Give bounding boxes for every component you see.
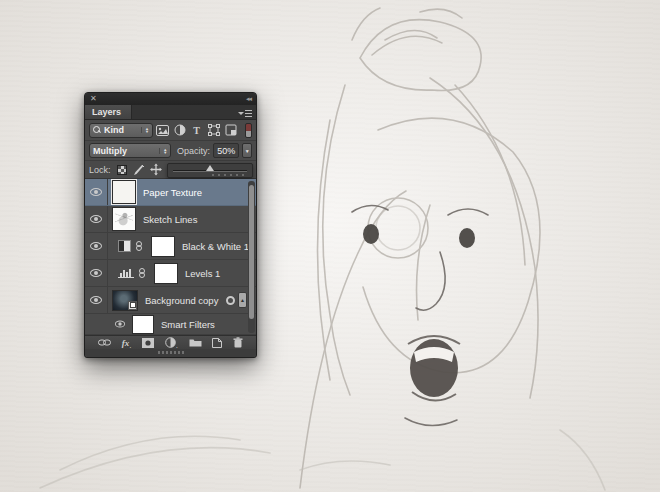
eye-icon[interactable] (115, 321, 125, 328)
filter-mask-thumbnail[interactable] (132, 315, 154, 334)
eye-icon (90, 188, 102, 196)
new-layer-icon[interactable] (212, 338, 222, 348)
mask-link-icon[interactable] (135, 239, 143, 253)
link-layers-icon[interactable] (98, 339, 111, 346)
opacity-slider-popup (167, 163, 253, 178)
layer-list-scrollbar[interactable] (248, 181, 255, 333)
blend-mode-value: Multiply (93, 146, 127, 156)
panel-tab-bar: Layers (85, 105, 256, 120)
layer-name[interactable]: Smart Filters (161, 319, 215, 330)
lock-label: Lock: (89, 165, 111, 175)
visibility-toggle[interactable] (85, 233, 108, 259)
opacity-dropdown-arrow[interactable]: ▼ (242, 143, 252, 158)
new-group-icon[interactable] (189, 338, 202, 347)
adjustment-layers-filter-icon[interactable] (172, 123, 187, 138)
visibility-toggle[interactable] (85, 179, 108, 205)
layer-row-paper-texture[interactable]: Paper Texture (85, 179, 256, 206)
blend-mode-dropdown[interactable]: Multiply ▲▼ (89, 143, 171, 158)
tab-layers[interactable]: Layers (85, 105, 132, 119)
delete-layer-icon[interactable] (233, 337, 243, 348)
eye-icon (90, 215, 102, 223)
layer-name[interactable]: Sketch Lines (143, 214, 197, 225)
visibility-toggle[interactable] (85, 260, 108, 286)
visibility-toggle[interactable] (85, 206, 108, 232)
add-mask-icon[interactable] (142, 338, 154, 348)
panel-resize-grip[interactable] (85, 349, 256, 357)
slider-ticks (212, 174, 246, 176)
opacity-value-field[interactable]: 50% (213, 143, 239, 158)
smart-object-badge-icon (128, 301, 137, 310)
mask-link-icon[interactable] (138, 266, 146, 280)
layer-row-levels-1[interactable]: Levels 1 (85, 260, 256, 287)
layer-list: Paper Texture Sketch Lines Black & White… (85, 179, 256, 335)
layer-row-background-copy[interactable]: Background copy ▲ (85, 287, 256, 314)
eye-icon (90, 296, 102, 304)
smart-filters-badge-icon[interactable] (226, 296, 235, 305)
layer-mask-thumbnail[interactable] (151, 236, 175, 257)
blend-bar: Multiply ▲▼ Opacity: 50% ▼ (85, 141, 256, 161)
opacity-slider-track[interactable] (173, 170, 247, 172)
layer-thumbnail[interactable] (112, 207, 136, 231)
lock-position-icon[interactable] (150, 164, 162, 176)
lock-transparency-icon[interactable] (116, 164, 128, 176)
type-layers-filter-icon[interactable]: T (189, 123, 204, 138)
opacity-label: Opacity: (177, 146, 210, 156)
scrollbar-thumb[interactable] (249, 185, 254, 319)
layer-row-black-white-1[interactable]: Black & White 1 (85, 233, 256, 260)
collapse-panel-icon[interactable]: ◂◂ (246, 95, 251, 103)
eye-icon (90, 269, 102, 277)
search-icon (93, 126, 101, 134)
stepper-icon: ▲▼ (159, 148, 167, 154)
layer-name[interactable]: Paper Texture (143, 187, 202, 198)
smart-object-filter-icon[interactable] (223, 123, 238, 138)
adjustment-layer-icon[interactable]: . (165, 337, 178, 348)
levels-adjustment-icon[interactable] (118, 266, 134, 280)
layer-thumbnail[interactable] (112, 180, 136, 204)
hamburger-lines-icon (245, 110, 252, 117)
layer-name[interactable]: Background copy (145, 295, 218, 306)
opacity-slider-thumb[interactable] (206, 165, 214, 171)
stepper-icon: ▲▼ (141, 127, 149, 133)
filter-bar: Kind ▲▼ T (85, 120, 256, 141)
chevron-down-icon (238, 112, 244, 115)
smart-filters-collapse-button[interactable]: ▲ (238, 292, 247, 308)
black-white-adjustment-icon[interactable] (118, 240, 131, 252)
close-icon[interactable]: ✕ (90, 95, 97, 103)
layer-mask-thumbnail[interactable] (154, 263, 178, 284)
lock-pixels-icon[interactable] (133, 164, 145, 176)
shape-layers-filter-icon[interactable] (206, 123, 221, 138)
eye-icon (90, 242, 102, 250)
lock-bar: Lock: (85, 161, 256, 179)
filter-kind-value: Kind (104, 125, 124, 135)
filter-kind-dropdown[interactable]: Kind ▲▼ (89, 123, 153, 138)
layers-panel: ✕ ◂◂ Layers Kind ▲▼ T Multiply (84, 92, 257, 358)
layer-row-smart-filters[interactable]: Smart Filters (85, 314, 256, 335)
panel-bottom-toolbar: fx. . (85, 335, 256, 349)
layer-name[interactable]: Levels 1 (185, 268, 220, 279)
visibility-toggle[interactable] (85, 287, 108, 313)
layer-style-icon[interactable]: fx. (122, 338, 132, 348)
panel-titlebar[interactable]: ✕ ◂◂ (85, 93, 256, 105)
panel-menu-icon[interactable] (238, 109, 252, 117)
pixel-layers-filter-icon[interactable] (155, 123, 170, 138)
layer-name[interactable]: Black & White 1 (182, 241, 249, 252)
layer-thumbnail[interactable] (112, 290, 138, 311)
layer-row-sketch-lines[interactable]: Sketch Lines (85, 206, 256, 233)
filtering-toggle[interactable] (245, 123, 252, 138)
